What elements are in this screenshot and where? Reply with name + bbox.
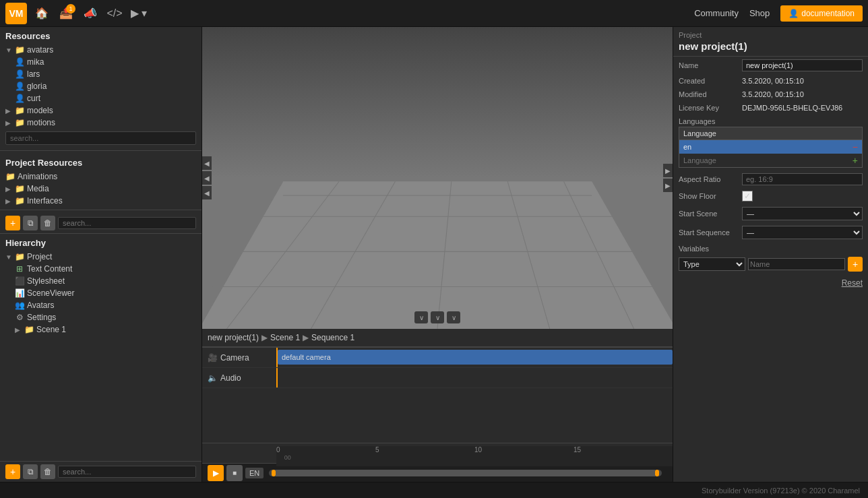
tree-item-avatars[interactable]: ▼ 📁 avatars bbox=[0, 44, 202, 56]
collapse-right-btn-2[interactable]: ▶ bbox=[663, 179, 673, 192]
reset-row: Reset bbox=[673, 274, 868, 292]
expand-icon: ▼ bbox=[5, 253, 12, 261]
play-icon[interactable]: ▶ ▾ bbox=[129, 4, 148, 23]
hierarchy-item-text-content[interactable]: ⊞ Text Content bbox=[0, 263, 202, 275]
tree-item-lars[interactable]: 👤 lars bbox=[0, 68, 202, 80]
lang-header: Language bbox=[679, 127, 862, 140]
tree-item-gloria[interactable]: 👤 gloria bbox=[0, 80, 202, 92]
code-icon[interactable]: </> bbox=[105, 4, 124, 23]
tree-item-curt[interactable]: 👤 curt bbox=[0, 92, 202, 104]
rp-start-sequence-label: Start Sequence bbox=[679, 228, 739, 237]
logo-text: VM bbox=[9, 8, 24, 19]
hierarchy-delete-button[interactable]: 🗑 bbox=[40, 216, 55, 230]
tree-label: mika bbox=[27, 57, 44, 67]
camera-label: Camera bbox=[220, 353, 249, 363]
expand-icon: ▶ bbox=[5, 185, 12, 193]
audio-track-content[interactable] bbox=[276, 368, 673, 387]
collapse-left-btn-1[interactable]: ◀ bbox=[202, 156, 212, 170]
scroll-right-handle[interactable] bbox=[655, 470, 659, 476]
tree-item-motions[interactable]: ▶ 📁 motions bbox=[0, 117, 202, 129]
tree-item-interfaces[interactable]: ▶ 📁 Interfaces bbox=[0, 195, 202, 207]
collapse-left-btn-2[interactable]: ◀ bbox=[202, 171, 212, 185]
avatar-icon: 👤 bbox=[15, 82, 24, 91]
var-type-select[interactable]: Type bbox=[679, 257, 745, 271]
expand-icon: ▶ bbox=[5, 197, 12, 205]
nav-dot-3[interactable]: ∨ bbox=[447, 311, 460, 323]
camera-block[interactable]: default camera bbox=[278, 350, 673, 365]
hierarchy-item-project[interactable]: ▼ 📁 Project bbox=[0, 251, 202, 263]
tree-label: motions bbox=[27, 118, 55, 127]
audio-track: 🔈 Audio bbox=[202, 368, 673, 388]
lang-add-row: + bbox=[679, 154, 862, 167]
collapse-left-btn-3[interactable]: ◀ bbox=[202, 186, 212, 199]
svg-marker-1 bbox=[202, 181, 673, 329]
lang-delete-button[interactable]: − bbox=[852, 142, 858, 152]
hierarchy-copy-button[interactable]: ⧉ bbox=[23, 216, 38, 230]
tree-label: lars bbox=[27, 69, 40, 79]
rp-aspect-input[interactable] bbox=[742, 173, 863, 185]
nav-dot-2[interactable]: ∨ bbox=[431, 311, 444, 323]
tree-label: Media bbox=[27, 184, 49, 193]
camera-track-content[interactable]: default camera bbox=[276, 348, 673, 367]
tree-item-media[interactable]: ▶ 📁 Media bbox=[0, 183, 202, 195]
community-link[interactable]: Community bbox=[694, 8, 739, 18]
app-logo[interactable]: VM bbox=[5, 3, 27, 24]
var-name-input[interactable] bbox=[748, 258, 845, 270]
scroll-track[interactable] bbox=[276, 470, 655, 476]
hierarchy-add-button[interactable]: + bbox=[5, 216, 20, 230]
hierarchy-item-avatars[interactable]: 👥 Avatars bbox=[0, 299, 202, 311]
status-text: Storybuilder Version (97213e) © 2020 Cha… bbox=[702, 487, 860, 495]
upload-badge: 1 bbox=[66, 4, 75, 13]
lang-add-button[interactable]: + bbox=[852, 155, 858, 166]
megaphone-icon[interactable]: 📣 bbox=[81, 4, 100, 23]
lang-add-input[interactable] bbox=[683, 156, 852, 164]
doc-icon: 👤 bbox=[788, 9, 799, 18]
tree-item-mika[interactable]: 👤 mika bbox=[0, 56, 202, 68]
breadcrumb-item-3[interactable]: Sequence 1 bbox=[311, 333, 354, 342]
hierarchy-toolbar: + ⧉ 🗑 bbox=[0, 213, 202, 234]
hierarchy-bottom-add-button[interactable]: + bbox=[5, 464, 20, 479]
nav-dot-1[interactable]: ∨ bbox=[414, 311, 428, 323]
hierarchy-bottom-delete-button[interactable]: 🗑 bbox=[40, 464, 55, 479]
folder-icon: 📁 bbox=[24, 325, 34, 334]
ruler-mark-10: 10 bbox=[474, 446, 482, 454]
breadcrumb-item-1[interactable]: new project(1) bbox=[208, 333, 259, 342]
documentation-button[interactable]: 👤 documentation bbox=[780, 5, 863, 22]
upload-icon[interactable]: 📤 1 bbox=[57, 4, 75, 23]
left-panel: Resources ▼ 📁 avatars 👤 mika 👤 lars 👤 gl… bbox=[0, 27, 202, 482]
collapse-right-btn-1[interactable]: ▶ bbox=[663, 164, 673, 177]
ruler-mark-5: 5 bbox=[375, 446, 379, 454]
timeline-scrollbar[interactable] bbox=[269, 470, 662, 476]
hierarchy-item-stylesheet[interactable]: ⬛ Stylesheet bbox=[0, 275, 202, 287]
resources-search-input[interactable] bbox=[5, 131, 196, 145]
breadcrumb-item-2[interactable]: Scene 1 bbox=[270, 333, 300, 342]
rp-name-input[interactable] bbox=[742, 59, 863, 71]
shop-link[interactable]: Shop bbox=[749, 8, 770, 18]
hierarchy-bottom-copy-button[interactable]: ⧉ bbox=[23, 464, 38, 479]
tree-item-models[interactable]: ▶ 📁 models bbox=[0, 104, 202, 117]
hierarchy-item-scene1[interactable]: ▶ 📁 Scene 1 bbox=[0, 323, 202, 336]
rp-start-scene-select[interactable]: — bbox=[742, 207, 863, 220]
rp-start-sequence-select[interactable]: — bbox=[742, 226, 863, 239]
viewport[interactable]: ◀ ◀ ◀ ▶ ▶ ∨ ∨ ∨ bbox=[202, 27, 673, 329]
hierarchy-bottom-search-input[interactable] bbox=[58, 466, 196, 478]
nav-dots: ∨ ∨ ∨ bbox=[414, 311, 460, 323]
stylesheet-icon: ⬛ bbox=[15, 276, 24, 286]
camera-track: 🎥 Camera default camera bbox=[202, 348, 673, 368]
show-floor-checkbox[interactable]: ✓ bbox=[742, 191, 753, 201]
center-panel: ◀ ◀ ◀ ▶ ▶ ∨ ∨ ∨ new project(1) ▶ Scene 1… bbox=[202, 27, 673, 482]
hierarchy-item-settings[interactable]: ⚙ Settings bbox=[0, 311, 202, 323]
collapse-left: ◀ ◀ ◀ bbox=[202, 156, 212, 199]
var-add-button[interactable]: + bbox=[848, 257, 863, 272]
avatars-icon: 👥 bbox=[15, 301, 24, 310]
tree-item-animations[interactable]: 📁 Animations bbox=[0, 170, 202, 183]
stop-button[interactable]: ■ bbox=[226, 465, 243, 481]
home-icon[interactable]: 🏠 bbox=[32, 4, 51, 23]
hierarchy-item-sceneviewer[interactable]: 📊 SceneViewer bbox=[0, 287, 202, 299]
reset-button[interactable]: Reset bbox=[842, 278, 863, 288]
breadcrumb: new project(1) ▶ Scene 1 ▶ Sequence 1 bbox=[202, 329, 673, 347]
hierarchy-search-input[interactable] bbox=[58, 217, 196, 229]
play-button[interactable]: ▶ bbox=[208, 465, 224, 481]
tree-label: avatars bbox=[27, 45, 53, 55]
resources-search-box bbox=[5, 131, 196, 145]
